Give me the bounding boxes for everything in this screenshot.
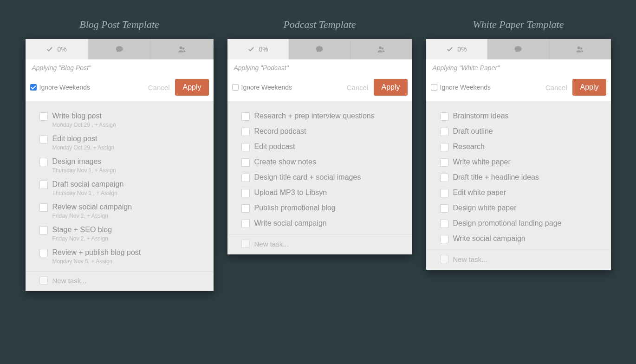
comment-icon bbox=[514, 45, 522, 53]
tab-progress[interactable]: 0% bbox=[227, 39, 289, 59]
ignore-weekends-toggle[interactable]: Ignore Weekends bbox=[431, 84, 491, 91]
task-row[interactable]: Write blog postMonday Oct 29 , + Assign bbox=[26, 108, 214, 131]
task-row[interactable]: Draft title + headline ideas bbox=[426, 169, 611, 185]
apply-button[interactable]: Apply bbox=[374, 79, 407, 96]
task-row[interactable]: Research + prep interview questions bbox=[227, 108, 412, 124]
task-checkbox[interactable] bbox=[440, 112, 448, 121]
tab-progress[interactable]: 0% bbox=[426, 39, 488, 59]
task-row[interactable]: Stage + SEO blogFriday Nov 2, + Assign bbox=[26, 222, 214, 245]
template-column-blog-post: Blog Post Template 0% Applying "Blog Pos… bbox=[26, 19, 214, 291]
apply-button[interactable]: Apply bbox=[175, 79, 208, 96]
task-checkbox[interactable] bbox=[241, 158, 250, 167]
cancel-button[interactable]: Cancel bbox=[148, 84, 170, 91]
applying-label: Applying "White Paper" bbox=[426, 59, 611, 75]
task-row[interactable]: Record podcast bbox=[227, 124, 412, 139]
check-icon bbox=[46, 46, 53, 53]
task-row[interactable]: Brainstorm ideas bbox=[426, 108, 611, 124]
task-row[interactable]: Upload MP3 to Libsyn bbox=[227, 185, 412, 200]
task-row[interactable]: Create show notes bbox=[227, 154, 412, 169]
task-row[interactable]: Design promotional landing page bbox=[426, 215, 611, 231]
progress-percent: 0% bbox=[57, 46, 66, 53]
task-row[interactable]: Edit podcast bbox=[227, 139, 412, 154]
tab-comments[interactable] bbox=[487, 39, 549, 59]
task-checkbox[interactable] bbox=[440, 174, 448, 182]
cancel-button[interactable]: Cancel bbox=[545, 84, 567, 91]
applying-label: Applying "Podcast" bbox=[227, 59, 412, 75]
task-row[interactable]: Design title card + social images bbox=[227, 169, 412, 185]
task-checkbox[interactable] bbox=[440, 235, 448, 243]
task-checkbox[interactable] bbox=[241, 204, 250, 213]
ignore-weekends-checkbox[interactable] bbox=[431, 84, 437, 91]
ignore-weekends-checkbox[interactable] bbox=[30, 84, 37, 91]
tab-comments[interactable] bbox=[88, 39, 151, 59]
people-icon bbox=[376, 45, 386, 53]
task-list: Brainstorm ideas Draft outline Research … bbox=[426, 102, 611, 270]
tab-progress[interactable]: 0% bbox=[26, 39, 88, 59]
ignore-weekends-checkbox[interactable] bbox=[232, 84, 239, 91]
new-task-row[interactable]: New task... bbox=[227, 234, 412, 254]
task-row[interactable]: Review + publish blog postMonday Nov 5, … bbox=[26, 245, 214, 267]
task-checkbox[interactable] bbox=[39, 158, 48, 166]
column-title: Blog Post Template bbox=[79, 19, 159, 31]
new-task-checkbox[interactable] bbox=[39, 276, 48, 285]
task-row[interactable]: Edit white paper bbox=[426, 185, 611, 200]
task-checkbox[interactable] bbox=[241, 189, 250, 197]
task-checkbox[interactable] bbox=[440, 128, 448, 136]
task-row[interactable]: Research bbox=[426, 139, 611, 154]
task-row[interactable]: Draft social campaignThursday Nov 1 , + … bbox=[26, 176, 214, 199]
task-title: Write social campaign bbox=[453, 234, 526, 243]
task-checkbox[interactable] bbox=[440, 204, 448, 213]
task-checkbox[interactable] bbox=[241, 220, 250, 228]
apply-button[interactable]: Apply bbox=[572, 79, 606, 96]
task-title: Design title card + social images bbox=[254, 173, 361, 182]
tab-people[interactable] bbox=[350, 39, 412, 59]
task-row[interactable]: Draft outline bbox=[426, 124, 611, 139]
tab-comments[interactable] bbox=[289, 39, 350, 59]
ignore-weekends-toggle[interactable]: Ignore Weekends bbox=[30, 84, 90, 91]
task-checkbox[interactable] bbox=[39, 112, 48, 121]
cancel-button[interactable]: Cancel bbox=[347, 84, 369, 91]
comment-icon bbox=[315, 45, 324, 53]
task-title: Upload MP3 to Libsyn bbox=[254, 188, 327, 197]
task-checkbox[interactable] bbox=[440, 220, 448, 228]
task-checkbox[interactable] bbox=[241, 143, 250, 151]
task-row[interactable]: Review social campaignFriday Nov 2, + As… bbox=[26, 199, 214, 222]
task-panel: 0% Applying "White Paper" Ignore Weekend… bbox=[426, 39, 611, 270]
column-title: Podcast Template bbox=[283, 19, 356, 31]
ignore-weekends-label: Ignore Weekends bbox=[39, 84, 90, 91]
new-task-checkbox[interactable] bbox=[440, 255, 448, 263]
progress-percent: 0% bbox=[457, 46, 467, 53]
task-checkbox[interactable] bbox=[440, 143, 448, 151]
task-checkbox[interactable] bbox=[39, 226, 48, 234]
task-title: Write white paper bbox=[453, 158, 511, 166]
task-checkbox[interactable] bbox=[440, 189, 448, 197]
ignore-weekends-toggle[interactable]: Ignore Weekends bbox=[232, 84, 292, 91]
task-title: Brainstorm ideas bbox=[453, 112, 509, 120]
task-checkbox[interactable] bbox=[440, 158, 448, 167]
task-checkbox[interactable] bbox=[241, 112, 250, 121]
panel-tabs: 0% bbox=[26, 39, 214, 59]
task-checkbox[interactable] bbox=[39, 203, 48, 212]
task-checkbox[interactable] bbox=[241, 128, 250, 136]
task-checkbox[interactable] bbox=[39, 135, 48, 143]
task-row[interactable]: Design white paper bbox=[426, 200, 611, 215]
task-row[interactable]: Publish promotional blog bbox=[227, 200, 412, 215]
task-title: Draft social campaign bbox=[52, 180, 124, 188]
apply-toolbar: Ignore Weekends Cancel Apply bbox=[26, 75, 214, 102]
task-checkbox[interactable] bbox=[39, 249, 48, 257]
task-row[interactable]: Write social campaign bbox=[426, 231, 611, 246]
task-checkbox[interactable] bbox=[39, 181, 48, 189]
task-row[interactable]: Write white paper bbox=[426, 154, 611, 169]
tab-people[interactable] bbox=[549, 39, 611, 59]
task-row[interactable]: Edit blog postMonday Oct 29, + Assign bbox=[26, 131, 214, 154]
new-task-row[interactable]: New task... bbox=[26, 271, 214, 291]
task-row[interactable]: Write social campaign bbox=[227, 215, 412, 231]
new-task-checkbox[interactable] bbox=[241, 240, 250, 248]
tab-people[interactable] bbox=[151, 39, 214, 59]
task-checkbox[interactable] bbox=[241, 174, 250, 182]
task-row[interactable]: Design imagesThursday Nov 1, + Assign bbox=[26, 154, 214, 176]
task-panel: 0% Applying "Blog Post" Ignore Weekends … bbox=[26, 39, 214, 291]
applying-label: Applying "Blog Post" bbox=[26, 59, 214, 75]
new-task-row[interactable]: New task... bbox=[426, 250, 611, 270]
task-title: Design promotional landing page bbox=[453, 219, 562, 228]
